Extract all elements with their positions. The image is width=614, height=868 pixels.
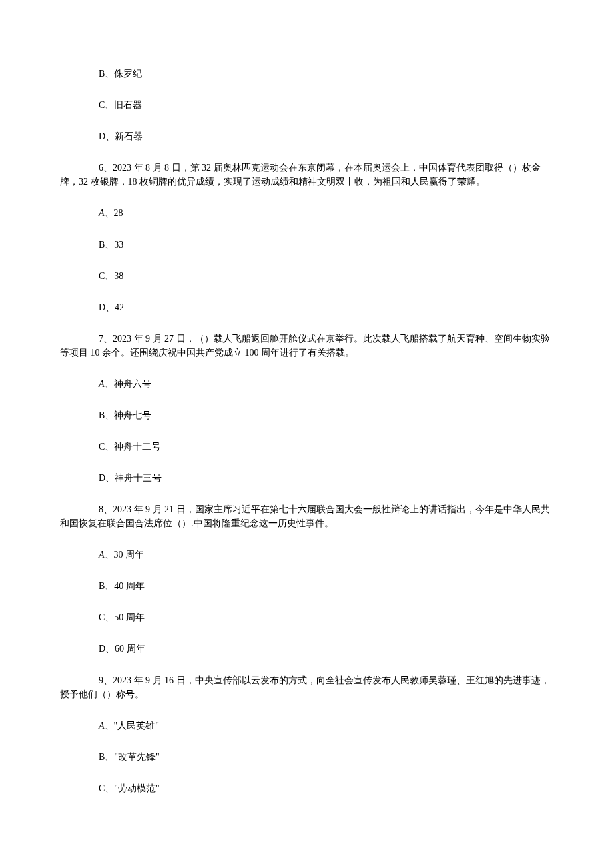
q9-option-b: B、"改革先锋" [60,750,554,764]
q6-a-rest: 、28 [105,208,123,218]
q8-a-prefix: A [99,550,105,560]
q9-a-rest: 、"人民英雄" [105,721,159,731]
q6-option-c: C、38 [60,269,554,283]
q5-option-d: D、新石器 [60,129,554,143]
q8-option-a: A、30 周年 [60,548,554,562]
q6-option-b: B、33 [60,238,554,252]
q8-option-b: B、40 周年 [60,579,554,593]
q7-option-c: C、神舟十二号 [60,440,554,454]
q7-option-d: D、神舟十三号 [60,471,554,485]
q7-option-b: B、神舟七号 [60,408,554,422]
q9-option-c: C、"劳动模范" [60,781,554,795]
q7-text: 7、2023 年 9 月 27 日，（）载人飞船返回舱开舱仪式在京举行。此次载人… [60,332,554,360]
q8-option-c: C、50 周年 [60,610,554,624]
q6-a-prefix: A [99,208,105,218]
q6-text: 6、2023 年 8 月 8 日，第 32 届奥林匹克运动会在东京闭幕，在本届奥… [60,161,554,189]
q6-option-d: D、42 [60,300,554,314]
q9-option-a: A、"人民英雄" [60,719,554,733]
q8-text: 8、2023 年 9 月 21 日，国家主席习近平在第七十六届联合国大会一般性辩… [60,502,554,530]
q9-a-prefix: A [99,721,105,731]
q8-option-d: D、60 周年 [60,642,554,656]
q5-option-b: B、侏罗纪 [60,67,554,81]
q9-text: 9、2023 年 9 月 16 日，中央宣传部以云发布的方式，向全社会宣传发布人… [60,673,554,701]
q5-option-c: C、旧石器 [60,98,554,112]
q6-option-a: A、28 [60,206,554,220]
q7-a-rest: 、神舟六号 [105,379,151,389]
q7-a-prefix: A [99,379,105,389]
q7-option-a: A、神舟六号 [60,377,554,391]
q8-a-rest: 、30 周年 [105,550,145,560]
